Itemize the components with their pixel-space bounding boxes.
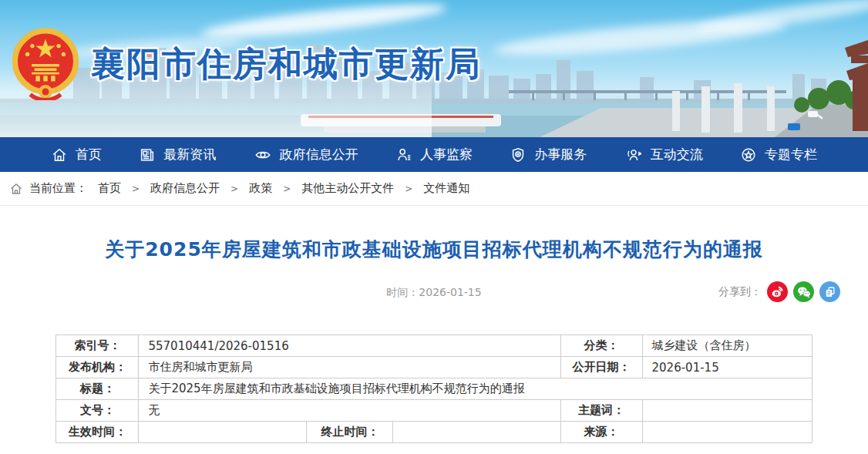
chat-people-icon: [624, 146, 643, 163]
category-value: 城乡建设（含住房）: [642, 335, 812, 357]
breadcrumb-item-info-disclosure[interactable]: 政府信息公开: [150, 181, 220, 196]
nav-label: 人事监察: [420, 146, 473, 163]
share-weibo-button[interactable]: [767, 281, 788, 302]
wechat-icon: [796, 284, 812, 300]
doc-title-label: 标题：: [56, 378, 139, 400]
nav-label: 互动交流: [651, 146, 703, 163]
breadcrumb-item-policy[interactable]: 政策: [249, 181, 272, 196]
issuing-agency-value: 市住房和城市更新局: [139, 357, 560, 378]
index-number-value: 557010441/2026-01516: [139, 335, 560, 357]
nav-item-personnel[interactable]: 人事监察: [395, 146, 473, 163]
star-circle-icon: [740, 146, 757, 163]
nav-label: 最新资讯: [163, 146, 216, 163]
person-icon: [395, 146, 412, 163]
weibo-icon: [770, 284, 785, 299]
nav-item-home[interactable]: 首页: [51, 146, 102, 163]
category-label: 分类：: [560, 335, 642, 357]
article-content: 关于2025年房屋建筑和市政基础设施项目招标代理机构不规范行为的通报 时间：20…: [0, 206, 868, 443]
effective-date-label: 生效时间：: [56, 422, 139, 443]
main-nav: 首页 最新资讯 政府信息公开 人事监察 办事服务 互动交流: [0, 137, 868, 172]
shield-icon: [510, 146, 527, 163]
article-meta-row: 时间：2026-01-15 分享到：: [0, 281, 868, 304]
nav-item-special-columns[interactable]: 专题专栏: [740, 146, 817, 163]
breadcrumb: 当前位置： 首页 > 政府信息公开 > 政策 > 其他主动公开文件 > 文件通知: [0, 172, 868, 206]
nav-item-interaction[interactable]: 互动交流: [624, 146, 703, 163]
site-brand: 襄阳市住房和城市更新局: [11, 28, 481, 100]
nav-item-info-disclosure[interactable]: 政府信息公开: [254, 146, 358, 163]
nav-label: 办事服务: [534, 146, 587, 163]
doc-number-value: 无: [139, 400, 560, 422]
nav-label: 首页: [76, 146, 102, 163]
eye-icon: [254, 146, 272, 163]
nav-label: 政府信息公开: [280, 146, 358, 163]
expiry-date-label: 终止时间：: [307, 422, 393, 443]
home-icon: [9, 182, 23, 196]
share-label: 分享到：: [718, 285, 762, 299]
breadcrumb-item-other-public-files[interactable]: 其他主动公开文件: [301, 181, 394, 196]
breadcrumb-separator: >: [230, 183, 238, 194]
nav-item-news[interactable]: 最新资讯: [139, 146, 216, 163]
breadcrumb-separator: >: [283, 183, 291, 194]
table-row: 标题： 关于2025年房屋建筑和市政基础设施项目招标代理机构不规范行为的通报: [56, 378, 812, 400]
doc-number-label: 文号：: [56, 400, 139, 422]
meta-table: 索引号： 557010441/2026-01516 分类： 城乡建设（含住房） …: [56, 335, 812, 443]
keywords-value: [642, 400, 812, 422]
source-value: [642, 422, 812, 443]
publish-date-label: 公开日期：: [560, 357, 642, 378]
article-title: 关于2025年房屋建筑和市政基础设施项目招标代理机构不规范行为的通报: [0, 237, 868, 262]
nav-label: 专题专栏: [765, 146, 817, 163]
home-icon: [51, 146, 68, 163]
breadcrumb-prefix: 当前位置：: [29, 181, 87, 196]
publish-time-value: 2026-01-15: [419, 286, 481, 298]
breadcrumb-item-file-notice[interactable]: 文件通知: [423, 181, 469, 196]
share-wechat-button[interactable]: [793, 281, 814, 302]
header-banner: 襄阳市住房和城市更新局: [0, 0, 868, 137]
effective-date-value: [139, 422, 307, 443]
breadcrumb-item-home[interactable]: 首页: [98, 181, 121, 196]
expiry-date-value: [393, 422, 560, 443]
nav-item-services[interactable]: 办事服务: [510, 146, 587, 163]
news-icon: [139, 146, 156, 163]
issuing-agency-label: 发布机构：: [56, 357, 139, 378]
table-row: 生效时间： 终止时间： 来源：: [56, 422, 812, 443]
index-number-label: 索引号：: [56, 335, 139, 357]
site-title: 襄阳市住房和城市更新局: [91, 42, 481, 87]
share-copy-link-button[interactable]: [819, 281, 840, 302]
table-row: 文号： 无 主题词：: [56, 400, 812, 422]
keywords-label: 主题词：: [560, 400, 642, 422]
table-row: 发布机构： 市住房和城市更新局 公开日期： 2026-01-15: [56, 357, 812, 378]
breadcrumb-separator: >: [405, 183, 412, 194]
source-label: 来源：: [560, 422, 642, 443]
breadcrumb-separator: >: [132, 183, 140, 194]
publish-time-label: 时间：: [386, 286, 419, 298]
copy-link-icon: [823, 285, 837, 299]
doc-title-value: 关于2025年房屋建筑和市政基础设施项目招标代理机构不规范行为的通报: [139, 378, 812, 400]
national-emblem: [11, 28, 80, 100]
share-bar: 分享到：: [718, 281, 840, 302]
publish-date-value: 2026-01-15: [642, 357, 812, 378]
table-row: 索引号： 557010441/2026-01516 分类： 城乡建设（含住房）: [56, 335, 812, 357]
